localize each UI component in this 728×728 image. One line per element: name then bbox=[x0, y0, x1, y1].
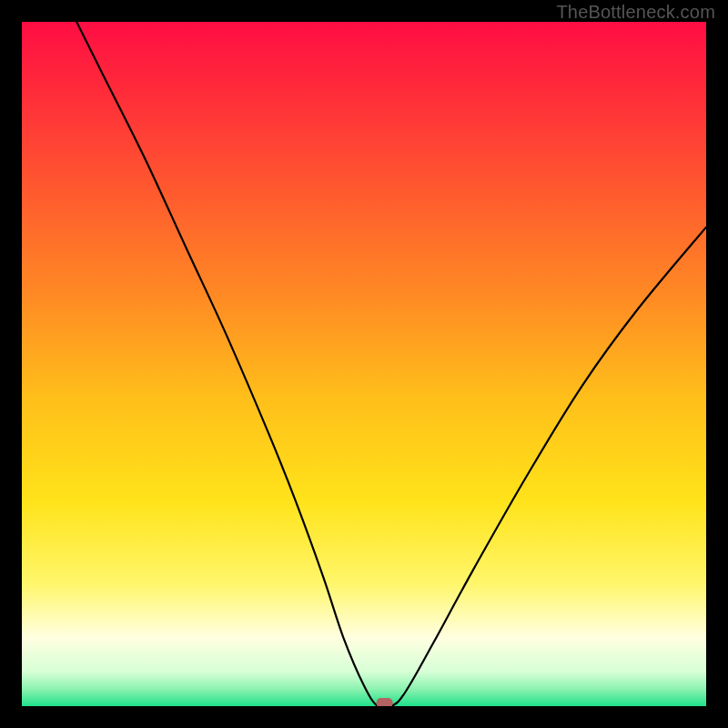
watermark-text: TheBottleneck.com bbox=[556, 2, 715, 23]
chart-svg bbox=[22, 22, 706, 706]
plot-area bbox=[22, 22, 706, 706]
chart-frame: TheBottleneck.com bbox=[0, 0, 728, 728]
gradient-rect bbox=[22, 22, 706, 706]
optimal-marker bbox=[377, 698, 393, 706]
